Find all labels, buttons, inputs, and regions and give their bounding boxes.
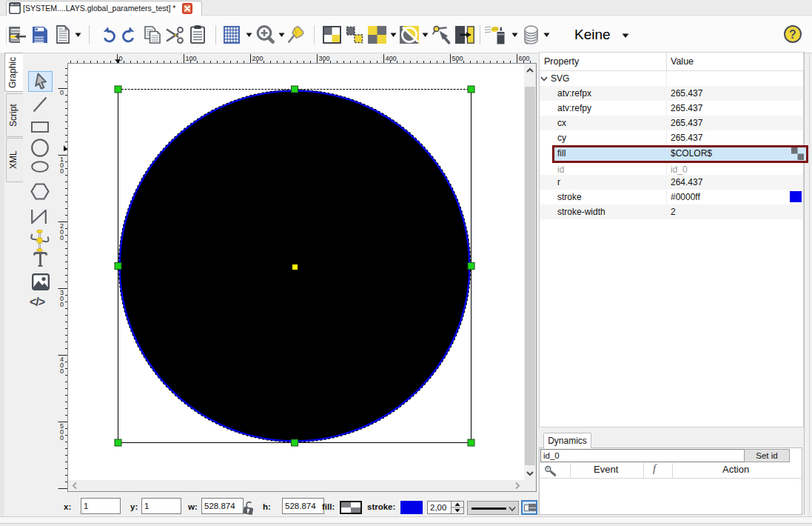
svg-text:0: 0 xyxy=(60,89,64,96)
svg-text:0: 0 xyxy=(60,234,64,242)
svg-text:0: 0 xyxy=(60,167,64,175)
svg-text:0: 0 xyxy=(60,367,64,375)
svg-text:0: 0 xyxy=(60,301,64,308)
svg-text:0: 0 xyxy=(60,434,64,442)
svg-text:500: 500 xyxy=(452,55,463,62)
svg-text:100: 100 xyxy=(186,55,197,62)
svg-text:600: 600 xyxy=(519,55,530,62)
svg-text:300: 300 xyxy=(319,55,330,62)
svg-text:400: 400 xyxy=(386,55,397,62)
svg-text:200: 200 xyxy=(252,55,264,62)
